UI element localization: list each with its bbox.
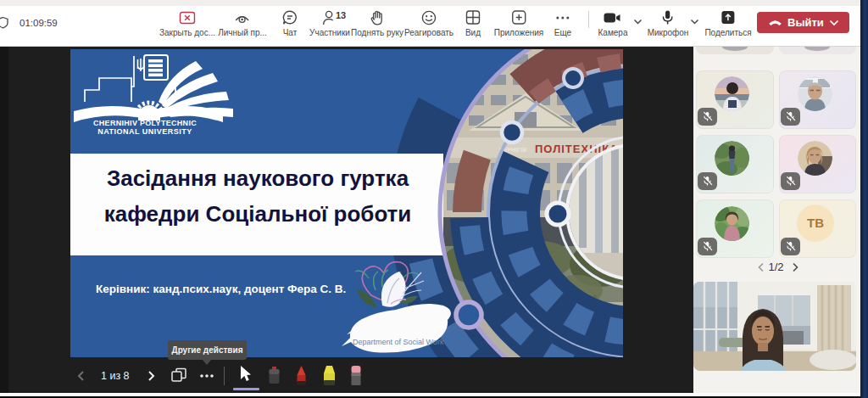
svg-text:кафедри Соціальної роботи: кафедри Соціальної роботи bbox=[104, 201, 412, 227]
svg-text:NATIONAL UNIVERSITY: NATIONAL UNIVERSITY bbox=[97, 127, 192, 136]
svg-text:Засідання наукового гуртка: Засідання наукового гуртка bbox=[107, 165, 409, 191]
svg-text:CHERNIHIV POLYTECHNIC: CHERNIHIV POLYTECHNIC bbox=[93, 119, 197, 127]
svg-text:Department of Social Work: Department of Social Work bbox=[353, 338, 444, 346]
svg-text:Керівник: канд.псих.наук, доц: Керівник: канд.псих.наук, доцент Фера С.… bbox=[96, 283, 346, 295]
